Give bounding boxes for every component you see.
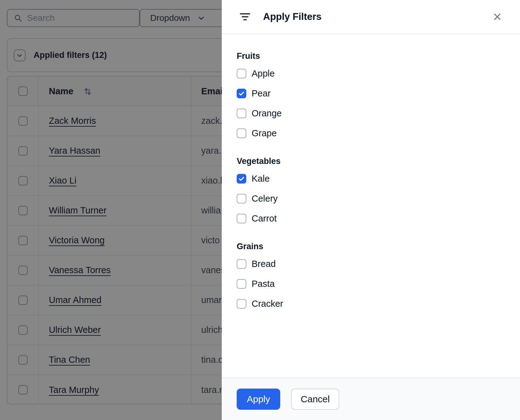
- panel-title: Apply Filters: [263, 11, 322, 22]
- option-label: Carrot: [252, 213, 277, 224]
- filter-option-pear[interactable]: Pear: [237, 83, 505, 103]
- option-label: Orange: [252, 108, 282, 119]
- checkbox[interactable]: [237, 259, 246, 269]
- option-label: Pasta: [252, 279, 275, 289]
- option-label: Pear: [252, 88, 271, 99]
- checkbox[interactable]: [237, 174, 246, 184]
- option-label: Grape: [252, 128, 277, 138]
- checkbox[interactable]: [237, 89, 246, 98]
- section-heading-vegetables: Vegetables: [237, 156, 505, 166]
- filter-option-pasta[interactable]: Pasta: [237, 274, 505, 294]
- filter-option-cracker[interactable]: Cracker: [237, 294, 505, 314]
- section-heading-grains: Grains: [237, 241, 505, 251]
- option-label: Kale: [252, 174, 270, 184]
- option-label: Apple: [252, 68, 275, 79]
- apply-filters-panel: Apply Filters Fruits Apple Pear: [222, 0, 520, 420]
- filter-option-bread[interactable]: Bread: [237, 254, 505, 274]
- panel-header: Apply Filters: [222, 0, 520, 34]
- checkbox[interactable]: [237, 194, 246, 203]
- option-label: Bread: [252, 259, 276, 269]
- panel-footer: Apply Cancel: [222, 377, 520, 420]
- filter-option-carrot[interactable]: Carrot: [237, 208, 505, 228]
- checkbox[interactable]: [237, 128, 246, 138]
- checkbox[interactable]: [237, 69, 246, 78]
- filter-option-celery[interactable]: Celery: [237, 189, 505, 208]
- filter-option-apple[interactable]: Apple: [237, 63, 505, 83]
- option-label: Celery: [252, 194, 278, 204]
- checkbox[interactable]: [237, 109, 246, 118]
- checkbox[interactable]: [237, 279, 246, 289]
- filter-lines-icon: [239, 11, 251, 22]
- filter-option-orange[interactable]: Orange: [237, 103, 505, 123]
- filter-option-grape[interactable]: Grape: [237, 123, 505, 143]
- option-label: Cracker: [252, 299, 283, 309]
- panel-body: Fruits Apple Pear Orange Grape Vegetable…: [222, 34, 520, 377]
- section-heading-fruits: Fruits: [237, 51, 505, 61]
- close-button[interactable]: [491, 10, 504, 23]
- checkbox[interactable]: [237, 214, 246, 223]
- app-root: Dropdown Applied filters (12): [0, 0, 520, 420]
- checkbox[interactable]: [237, 299, 246, 309]
- cancel-button[interactable]: Cancel: [291, 389, 339, 410]
- apply-button[interactable]: Apply: [237, 389, 280, 410]
- close-icon: [492, 12, 503, 22]
- filter-option-kale[interactable]: Kale: [237, 169, 505, 189]
